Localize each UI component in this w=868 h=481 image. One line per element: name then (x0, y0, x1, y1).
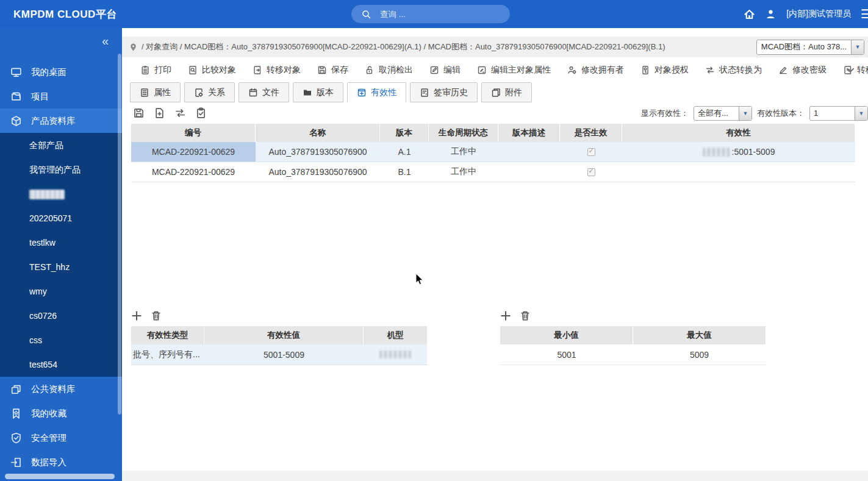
cell-validity-type: 批号、序列号有... (131, 344, 204, 365)
add-icon[interactable] (131, 310, 142, 321)
tab-attributes[interactable]: 属性 (130, 82, 181, 102)
clipboard-check-icon[interactable] (195, 107, 207, 119)
sidebar: « 我的桌面 项目 产品资料库 全部产品 我管理的产品 202205071 te… (0, 28, 122, 481)
cell-min-value: 5001 (500, 344, 633, 365)
cell-effective (560, 142, 622, 162)
column-header[interactable]: 有效性类型 (131, 326, 204, 344)
cancel-checkout-button[interactable]: 取消检出 (365, 65, 413, 76)
tab-label: 文件 (262, 87, 279, 98)
chevron-down-icon[interactable]: ▼ (851, 40, 864, 54)
column-header[interactable]: 编号 (131, 124, 256, 142)
table-row[interactable]: 5001 5009 (500, 344, 766, 365)
sidebar-item-my-favorites[interactable]: 我的收藏 (0, 401, 122, 426)
compare-objects-button[interactable]: 比较对象 (188, 65, 236, 76)
trash-icon[interactable] (151, 310, 162, 321)
button-label: 对象授权 (655, 65, 689, 76)
tab-attachments[interactable]: 附件 (481, 82, 532, 102)
sidebar-item-projects[interactable]: 项目 (0, 84, 122, 109)
effective-checkbox[interactable] (587, 168, 595, 176)
column-header[interactable]: 最小值 (500, 326, 633, 344)
save-icon[interactable] (133, 107, 145, 119)
edit-main-object-attrs-button[interactable]: 编辑主对象属性 (477, 65, 551, 76)
sidebar-subitem[interactable]: 202205071 (0, 206, 122, 230)
doc-lines-icon (140, 88, 149, 98)
edit-button[interactable]: 编辑 (429, 65, 461, 76)
column-header[interactable]: 是否生效 (560, 124, 622, 142)
effective-checkbox[interactable] (587, 148, 595, 156)
sidebar-subitem[interactable]: TEST_hhz (0, 255, 122, 279)
sidebar-item-label: 数据导入 (31, 457, 66, 468)
save-button[interactable]: 保存 (317, 65, 348, 76)
tab-label: 有效性 (371, 87, 396, 98)
search-input[interactable] (380, 10, 496, 19)
sidebar-vertical-scrollbar[interactable] (118, 54, 121, 415)
sidebar-horizontal-scrollbar[interactable] (5, 474, 115, 479)
state-transition-button[interactable]: 状态转换为 (705, 65, 762, 76)
sidebar-item-data-import[interactable]: 数据导入 (0, 450, 122, 474)
home-icon[interactable] (744, 9, 755, 20)
versions-table-header: 编号 名称 版本 生命周期状态 版本描述 是否生效 有效性 (131, 124, 855, 142)
trash-icon[interactable] (520, 310, 531, 321)
validity-version-label: 有效性版本： (757, 108, 805, 119)
sidebar-subitem[interactable]: 我管理的产品 (0, 157, 122, 182)
breadcrumb: / 对象查询 / MCAD图档：Auto_3787919305076900[MC… (142, 41, 751, 52)
toolbar-expand-chevron-icon[interactable] (845, 65, 856, 76)
sidebar-item-product-library[interactable]: 产品资料库 (0, 109, 122, 133)
table-row[interactable]: MCAD-220921-00629 Auto_3787919305076900 … (131, 142, 855, 162)
column-header[interactable]: 版本描述 (498, 124, 560, 142)
button-label: 编辑 (443, 65, 461, 76)
column-header[interactable]: 有效性 (622, 124, 855, 142)
tab-files[interactable]: 文件 (239, 82, 289, 102)
change-owner-button[interactable]: 修改拥有者 (567, 65, 624, 76)
sidebar-subitem[interactable]: test654 (0, 352, 122, 377)
collapse-sidebar-button[interactable]: « (102, 35, 109, 47)
print-button[interactable]: 打印 (140, 65, 171, 76)
add-icon[interactable] (500, 310, 511, 321)
object-selector-dropdown[interactable]: MCAD图档：Auto 378... ▼ (756, 40, 864, 55)
column-header[interactable]: 名称 (256, 124, 380, 142)
column-header[interactable]: 最大值 (633, 326, 766, 344)
cube-icon (10, 115, 22, 127)
chevron-down-icon[interactable]: ▼ (739, 107, 751, 120)
tab-validity[interactable]: 有效性 (347, 82, 406, 102)
tab-label: 关系 (208, 87, 225, 98)
button-label: 转移对象 (857, 65, 868, 76)
menu-icon[interactable]: ☰ (861, 7, 868, 21)
tab-versions[interactable]: 版本 (293, 82, 343, 102)
swap-icon[interactable] (174, 107, 186, 119)
table-row[interactable]: 批号、序列号有... 5001-5009 (131, 344, 427, 365)
edit-attrs-icon (477, 65, 487, 75)
import-icon (10, 457, 22, 468)
current-user[interactable]: [内部]测试管理员 (786, 9, 851, 20)
sidebar-subitem[interactable]: css (0, 328, 122, 352)
sidebar-item-public-library[interactable]: 公共资料库 (0, 377, 122, 401)
column-header[interactable]: 有效性值 (204, 326, 364, 344)
column-header[interactable]: 生命周期状态 (429, 124, 498, 142)
sidebar-subitem[interactable]: cs0726 (0, 304, 122, 328)
tab-review-history[interactable]: 签审历史 (410, 82, 478, 102)
sidebar-item-my-desktop[interactable]: 我的桌面 (0, 60, 122, 84)
plus-box-icon (357, 88, 367, 98)
transfer-object-button[interactable]: 转移对象 (253, 65, 301, 76)
chevron-down-icon[interactable]: ▼ (855, 107, 867, 120)
column-header[interactable]: 版本 (380, 124, 429, 142)
file-plus-icon[interactable] (154, 107, 165, 119)
cell-name: Auto_3787919305076900 (256, 162, 380, 182)
object-authorize-button[interactable]: 对象授权 (640, 65, 689, 76)
tab-relations[interactable]: 关系 (184, 82, 235, 102)
validity-version-dropdown[interactable]: 1 ▼ (809, 106, 868, 121)
sidebar-subitem[interactable]: wmy (0, 279, 122, 304)
sidebar-subitem-redacted[interactable] (0, 182, 122, 206)
table-row[interactable]: MCAD-220921-00629 Auto_3787919305076900 … (131, 162, 855, 182)
sidebar-subitem[interactable]: 全部产品 (0, 133, 122, 157)
user-icon[interactable] (765, 9, 777, 20)
sidebar-subitem[interactable]: testlkw (0, 230, 122, 255)
validity-version-value: 1 (810, 109, 855, 118)
column-header[interactable]: 机型 (364, 326, 427, 344)
button-label: 打印 (154, 65, 171, 76)
global-search[interactable] (351, 5, 510, 23)
change-secret-level-button[interactable]: 修改密级 (778, 65, 827, 76)
sidebar-item-security[interactable]: 安全管理 (0, 426, 122, 450)
show-validity-dropdown[interactable]: 全部有... ▼ (694, 106, 752, 121)
sidebar-collapse-row: « (0, 28, 122, 54)
